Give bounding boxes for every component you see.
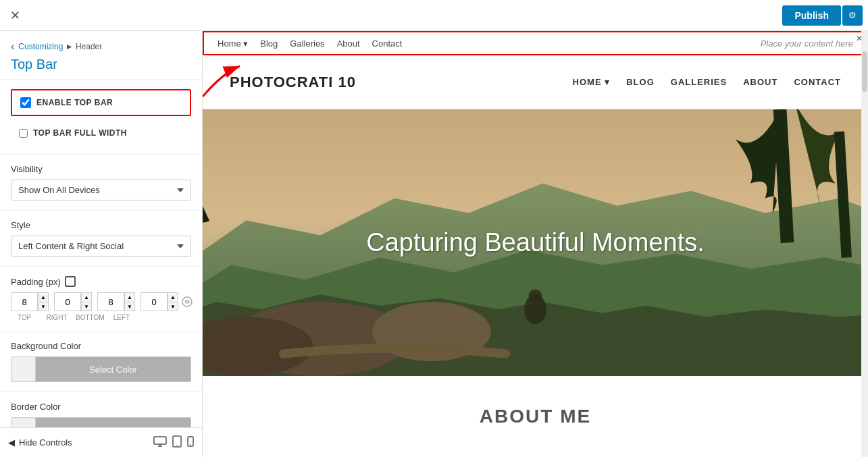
about-me-heading: ABOUT ME: [480, 406, 591, 427]
site-nav-galleries[interactable]: GALLERIES: [671, 77, 727, 87]
padding-left-down[interactable]: ▼: [168, 302, 178, 311]
site-nav-home[interactable]: HOME ▾: [573, 77, 611, 87]
style-dropdown[interactable]: Left Content & Right Social Left Social …: [11, 236, 191, 257]
padding-right-group: ▲ ▼: [54, 292, 92, 311]
visibility-label: Visibility: [11, 164, 191, 174]
gear-button[interactable]: ⚙: [842, 5, 863, 26]
padding-section: Padding (px) ▲ ▼ ▲ ▼: [0, 266, 202, 331]
breadcrumb-separator: ►: [66, 42, 76, 51]
device-icons: [153, 435, 194, 450]
svg-point-3: [176, 445, 178, 446]
site-nav: HOME ▾ BLOG GALLERIES ABOUT CONTACT: [573, 77, 841, 87]
enable-topbar-row[interactable]: ENABLE TOP BAR: [11, 89, 191, 116]
topbar-nav-home[interactable]: Home ▾: [218, 38, 248, 49]
below-fold-section: ABOUT ME: [203, 376, 868, 457]
desktop-icon[interactable]: [153, 436, 167, 450]
padding-inputs-row: ▲ ▼ ▲ ▼ ▲ ▼: [11, 292, 191, 311]
topbar-nav-contact[interactable]: Contact: [372, 38, 403, 49]
bg-color-button[interactable]: Select Color: [36, 357, 190, 381]
enable-topbar-checkbox[interactable]: [20, 97, 31, 108]
padding-top-input[interactable]: [11, 292, 38, 311]
padding-right-spinners: ▲ ▼: [81, 292, 92, 311]
site-nav-blog[interactable]: BLOG: [626, 77, 655, 87]
preview-scrollbar[interactable]: [861, 31, 868, 457]
topbar-fullwidth-checkbox[interactable]: [19, 129, 28, 138]
padding-top-group: ▲ ▼: [11, 292, 49, 311]
topbar-nav: Home ▾ Blog Galleries About Contact: [218, 38, 402, 49]
border-color-label: Border Color: [11, 402, 191, 412]
padding-left-spinners: ▲ ▼: [168, 292, 178, 311]
site-header: PHOTOCRATI 10 HOME ▾ BLOG GALLERIES ABOU…: [203, 55, 868, 109]
breadcrumb-current: Header: [76, 42, 102, 51]
padding-left-group: ▲ ▼: [141, 292, 178, 311]
padding-top-up[interactable]: ▲: [38, 292, 49, 302]
padding-icon: [65, 276, 76, 287]
padding-bottom-input[interactable]: [97, 292, 124, 311]
padding-left-input[interactable]: [141, 292, 168, 311]
svg-point-5: [190, 444, 191, 446]
padding-bottom-label: BOTTOM: [76, 314, 103, 321]
top-toolbar: ✕ Publish ⚙: [0, 0, 868, 31]
svg-rect-1: [154, 437, 166, 444]
main-layout: ‹ Customizing ► Header Top Bar ENABLE TO…: [0, 31, 868, 457]
bg-color-section: Background Color Select Color: [0, 331, 202, 392]
style-section: Style Left Content & Right Social Left S…: [0, 210, 202, 266]
visibility-section: Visibility Show On All Devices Show On D…: [0, 154, 202, 210]
padding-right-label: RIGHT: [43, 314, 70, 321]
padding-bottom-spinners: ▲ ▼: [124, 292, 135, 311]
padding-right-down[interactable]: ▼: [81, 302, 92, 311]
close-button[interactable]: ✕: [5, 6, 24, 25]
padding-left-up[interactable]: ▲: [168, 292, 178, 302]
back-button[interactable]: ‹ Customizing ► Header: [11, 41, 191, 53]
scroll-thumb: [862, 51, 867, 92]
site-nav-contact[interactable]: CONTACT: [794, 77, 841, 87]
padding-text: Padding (px): [11, 277, 61, 287]
topbar-placeholder: Place your content here: [761, 38, 853, 49]
topbar-nav-about[interactable]: About: [337, 38, 360, 49]
visibility-dropdown[interactable]: Show On All Devices Show On Desktop Only…: [11, 180, 191, 200]
hero-text: Capturing Beautiful Moments.: [366, 228, 705, 257]
padding-bottom-group: ▲ ▼: [97, 292, 135, 311]
hero-section: Capturing Beautiful Moments.: [203, 109, 868, 376]
padding-sub-labels: TOP RIGHT BOTTOM LEFT: [11, 314, 191, 321]
padding-top-label: TOP: [11, 314, 38, 321]
svg-point-0: [182, 297, 192, 306]
topbar-nav-galleries[interactable]: Galleries: [290, 38, 324, 49]
padding-label: Padding (px): [11, 276, 191, 287]
tablet-icon[interactable]: [172, 435, 182, 450]
padding-left-label: LEFT: [108, 314, 135, 321]
style-label: Style: [11, 220, 191, 230]
hero-overlay: Capturing Beautiful Moments.: [203, 109, 868, 376]
panel-title: Top Bar: [11, 57, 191, 72]
link-padding-icon[interactable]: [181, 294, 193, 310]
left-panel: ‹ Customizing ► Header Top Bar ENABLE TO…: [0, 31, 203, 457]
topbar-fullwidth-label: TOP BAR FULL WIDTH: [33, 128, 127, 138]
padding-top-down[interactable]: ▼: [38, 302, 49, 311]
enable-topbar-label: ENABLE TOP BAR: [36, 98, 113, 107]
checkboxes-section: ENABLE TOP BAR TOP BAR FULL WIDTH: [0, 80, 202, 154]
breadcrumb-parent[interactable]: Customizing: [18, 42, 63, 51]
padding-bottom-down[interactable]: ▼: [124, 302, 135, 311]
bg-color-row: Select Color: [11, 356, 191, 382]
preview-topbar: Home ▾ Blog Galleries About Contact Plac…: [203, 31, 868, 55]
mobile-icon[interactable]: [187, 436, 194, 450]
padding-top-spinners: ▲ ▼: [38, 292, 49, 311]
site-nav-about[interactable]: ABOUT: [743, 77, 777, 87]
hide-controls-label: Hide Controls: [19, 437, 72, 448]
padding-right-input[interactable]: [54, 292, 81, 311]
breadcrumb: Customizing ► Header: [18, 42, 102, 51]
publish-button[interactable]: Publish: [782, 5, 841, 26]
bg-color-swatch[interactable]: [11, 357, 36, 381]
padding-bottom-up[interactable]: ▲: [124, 292, 135, 302]
topbar-nav-blog[interactable]: Blog: [260, 38, 278, 49]
padding-right-up[interactable]: ▲: [81, 292, 92, 302]
hide-arrow-icon: ◀: [8, 437, 15, 448]
topbar-fullwidth-row[interactable]: TOP BAR FULL WIDTH: [11, 122, 191, 144]
back-arrow-icon: ‹: [11, 41, 14, 53]
hide-controls-button[interactable]: ◀ Hide Controls: [8, 437, 72, 448]
bg-color-label: Background Color: [11, 341, 191, 351]
hide-controls-bar: ◀ Hide Controls: [0, 427, 202, 457]
right-preview: Home ▾ Blog Galleries About Contact Plac…: [203, 31, 868, 457]
site-logo: PHOTOCRATI 10: [230, 74, 356, 91]
panel-header: ‹ Customizing ► Header Top Bar: [0, 31, 202, 80]
